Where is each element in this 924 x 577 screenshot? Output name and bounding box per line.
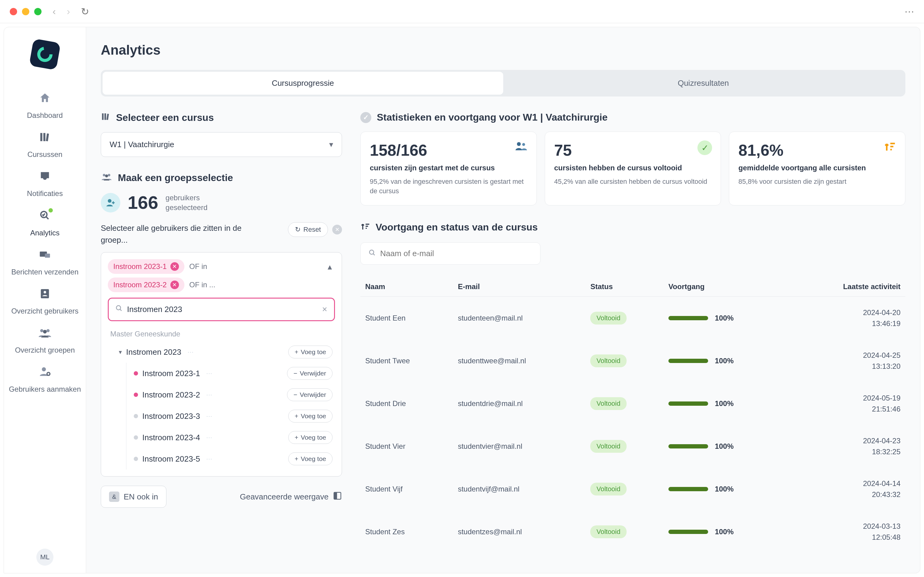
tree-dot-icon xyxy=(134,414,138,418)
forward-button[interactable]: › xyxy=(67,6,70,17)
more-icon[interactable]: ⋯ xyxy=(206,413,212,420)
table-row[interactable]: Student Een studenteen@mail.nl Voltooid … xyxy=(360,297,905,340)
app-logo[interactable] xyxy=(29,39,61,70)
tree-item-row[interactable]: Instroom 2023-4 ⋯ +Voeg toe xyxy=(126,427,335,448)
cell-activity: 2024-04-2013:46:19 xyxy=(791,297,905,340)
tree-item-row[interactable]: Instroom 2023-3 ⋯ +Voeg toe xyxy=(126,405,335,427)
svg-point-0 xyxy=(39,48,51,60)
tab-cursusprogressie[interactable]: Cursusprogressie xyxy=(103,72,503,95)
caret-down-icon[interactable]: ▾ xyxy=(119,348,122,356)
sidebar-item-overzicht-gebruikers[interactable]: Overzicht gebruikers xyxy=(4,282,86,321)
sidebar-item-berichten[interactable]: Berichten verzenden xyxy=(4,243,86,282)
cell-activity: 2024-04-2318:32:25 xyxy=(791,425,905,468)
chip-remove-icon[interactable]: ✕ xyxy=(170,280,179,289)
tree-parent-row[interactable]: ▾ Instromen 2023 ⋯ +Voeg toe xyxy=(116,341,335,363)
add-group-button[interactable]: +Voeg toe xyxy=(288,410,332,422)
group-filter-box: Instroom 2023-1 ✕ OF in ▴ Instroom 2023-… xyxy=(101,252,342,477)
clear-input-icon[interactable]: ✕ xyxy=(322,306,327,314)
remove-group-button[interactable]: −Verwijder xyxy=(287,388,332,401)
col-name[interactable]: Naam xyxy=(360,277,453,297)
col-email[interactable]: E-mail xyxy=(453,277,585,297)
add-group-button[interactable]: +Voeg toe xyxy=(288,346,332,358)
tree-item-row[interactable]: Instroom 2023-2 ⋯ −Verwijder xyxy=(126,384,335,405)
sidebar: Dashboard Cursussen Notificaties Analyti… xyxy=(4,27,86,573)
svg-point-21 xyxy=(116,306,121,310)
maximize-window-icon[interactable] xyxy=(34,8,42,15)
minimize-window-icon[interactable] xyxy=(22,8,29,15)
sidebar-item-gebruikers-aanmaken[interactable]: Gebruikers aanmaken xyxy=(4,360,86,399)
tree-item-label: Instromen 2023 xyxy=(126,347,181,357)
progress-value: 100% xyxy=(715,442,734,451)
page-title: Analytics xyxy=(101,42,905,58)
sidebar-item-label: Dashboard xyxy=(27,111,63,120)
sidebar-item-dashboard[interactable]: Dashboard xyxy=(4,86,86,126)
more-icon[interactable]: ⋯ xyxy=(206,391,212,398)
tree-dot-icon xyxy=(134,435,138,440)
sidebar-item-analytics[interactable]: Analytics xyxy=(4,204,86,243)
tree-item-row[interactable]: Instroom 2023-1 ⋯ −Verwijder xyxy=(126,363,335,384)
add-group-button[interactable]: +Voeg toe xyxy=(288,431,332,444)
table-row[interactable]: Student Drie studentdrie@mail.nl Voltooi… xyxy=(360,382,905,425)
cell-name: Student Drie xyxy=(360,382,453,425)
more-icon[interactable]: ⋯ xyxy=(206,370,212,377)
remove-group-button[interactable]: −Verwijder xyxy=(287,367,332,380)
main-content: Analytics Cursusprogressie Quizresultate… xyxy=(86,27,920,573)
more-icon[interactable]: ⋯ xyxy=(187,348,194,356)
stat-value: 158/166 xyxy=(370,141,527,160)
status-badge: Voltooid xyxy=(590,525,626,538)
reload-button[interactable]: ↻ xyxy=(81,6,89,18)
stats-header: ✓ Statistieken en voortgang voor W1 | Va… xyxy=(360,112,905,123)
table-row[interactable]: Student Vijf studentvijf@mail.nl Voltooi… xyxy=(360,468,905,511)
cell-progress: 100% xyxy=(664,297,791,340)
tree-item-row[interactable]: Instroom 2023-5 ⋯ +Voeg toe xyxy=(126,448,335,469)
chip-remove-icon[interactable]: ✕ xyxy=(170,262,179,271)
table-row[interactable]: Student Vier studentvier@mail.nl Voltooi… xyxy=(360,425,905,468)
search-icon xyxy=(115,305,123,314)
cell-name: Student Zes xyxy=(360,511,453,553)
user-avatar[interactable]: ML xyxy=(36,549,53,566)
group-icon xyxy=(37,327,52,342)
reset-button[interactable]: ↻ Reset xyxy=(288,222,328,237)
progress-search-field[interactable] xyxy=(380,249,532,258)
more-icon[interactable]: ⋯ xyxy=(206,455,212,463)
sidebar-item-notificaties[interactable]: Notificaties xyxy=(4,164,86,204)
sidebar-item-cursussen[interactable]: Cursussen xyxy=(4,126,86,164)
progress-search[interactable] xyxy=(360,242,540,265)
group-count-label: gebruikers xyxy=(166,193,207,202)
user-plus-icon xyxy=(101,193,120,213)
sidebar-item-overzicht-groepen[interactable]: Overzicht groepen xyxy=(4,321,86,360)
window-controls xyxy=(10,8,42,15)
col-status[interactable]: Status xyxy=(585,277,664,297)
cell-status: Voltooid xyxy=(585,425,664,468)
section-title: Maak een groepsselectie xyxy=(118,172,233,184)
books-icon xyxy=(39,131,51,146)
table-row[interactable]: Student Zes studentzes@mail.nl Voltooid … xyxy=(360,511,905,553)
status-badge: Voltooid xyxy=(590,440,626,453)
cell-email: studentzes@mail.nl xyxy=(453,511,585,553)
sidebar-item-label: Analytics xyxy=(30,228,60,237)
group-search-field[interactable] xyxy=(127,305,318,314)
svg-rect-16 xyxy=(106,114,109,120)
advanced-view-link[interactable]: Geavanceerde weergave xyxy=(240,491,342,503)
and-filter-button[interactable]: & EN ook in xyxy=(101,486,166,508)
user-plus-icon xyxy=(38,366,52,381)
col-activity[interactable]: Laatste activiteit xyxy=(791,277,905,297)
tree-dot-icon xyxy=(134,393,138,397)
stat-card-completed: ✓ 75 cursisten hebben de cursus voltooid… xyxy=(545,132,721,205)
table-row[interactable]: Student Twee studenttwee@mail.nl Voltooi… xyxy=(360,340,905,382)
add-group-button[interactable]: +Voeg toe xyxy=(288,453,332,465)
progress-bar xyxy=(668,444,708,448)
browser-menu-icon[interactable]: ⋯ xyxy=(905,6,914,18)
tree-item-label: Instroom 2023-2 xyxy=(142,390,200,400)
tab-quizresultaten[interactable]: Quizresultaten xyxy=(503,72,904,95)
course-select[interactable]: W1 | Vaatchirurgie ▾ xyxy=(101,132,342,157)
group-search-input[interactable]: ✕ xyxy=(108,298,335,321)
close-window-icon[interactable] xyxy=(10,8,17,15)
clear-filter-button[interactable]: ✕ xyxy=(332,225,342,234)
status-badge: Voltooid xyxy=(590,312,626,324)
back-button[interactable]: ‹ xyxy=(53,6,56,17)
chevron-up-icon[interactable]: ▴ xyxy=(324,262,335,272)
more-icon[interactable]: ⋯ xyxy=(206,434,212,441)
col-progress[interactable]: Voortgang xyxy=(664,277,791,297)
svg-point-24 xyxy=(517,142,521,146)
